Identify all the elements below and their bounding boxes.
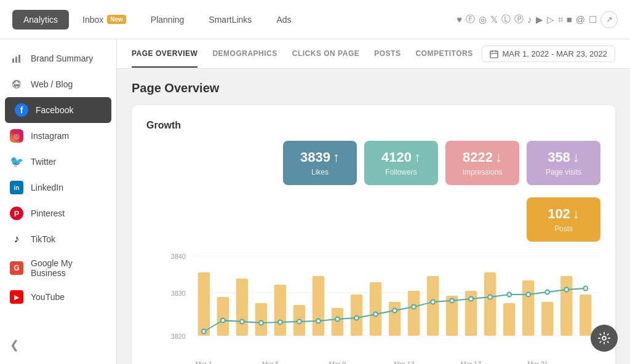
svg-rect-28 — [484, 272, 496, 336]
page-visits-label: Page visits — [539, 168, 588, 176]
main-layout: Brand Summary Web / Blog f Facebook ◎ In… — [0, 39, 630, 364]
nav-inbox[interactable]: Inbox New — [71, 10, 137, 30]
date-range-picker[interactable]: MAR 1, 2022 - MAR 23, 2022 — [482, 46, 615, 62]
sidebar-label: Twitter — [31, 157, 56, 167]
sidebar-label: Instagram — [31, 131, 69, 141]
youtube-nav-icon: ▶ — [536, 14, 543, 25]
sidebar-label: Pinterest — [31, 208, 65, 218]
sidebar-item-web-blog[interactable]: Web / Blog — [0, 71, 116, 97]
linkedin-icon: in — [10, 181, 23, 194]
nav-planning[interactable]: Planning — [140, 10, 196, 30]
svg-point-46 — [431, 300, 435, 304]
svg-rect-30 — [522, 280, 534, 336]
followers-arrow — [414, 149, 421, 165]
nav-buttons: Analytics Inbox New Planning SmartLinks … — [12, 10, 303, 30]
likes-arrow — [333, 149, 340, 165]
svg-text:Mar 1: Mar 1 — [196, 360, 212, 364]
svg-rect-1 — [15, 57, 17, 63]
svg-rect-2 — [18, 55, 20, 63]
instagram-icon: ◎ — [10, 129, 23, 143]
impressions-value: 8222 — [458, 149, 507, 165]
svg-point-35 — [221, 318, 225, 323]
svg-point-52 — [545, 290, 549, 295]
posts-arrow — [573, 206, 580, 222]
svg-point-41 — [335, 317, 340, 322]
svg-text:3820: 3820 — [171, 333, 186, 340]
svg-point-61 — [602, 336, 606, 340]
sidebar-item-facebook[interactable]: f Facebook — [5, 97, 111, 123]
metric-card-impressions: 8222 Impressions — [445, 141, 519, 185]
tab-page-overview[interactable]: PAGE OVERVIEW — [132, 41, 197, 68]
posts-label: Posts — [539, 224, 588, 233]
tiktok-icon: ♪ — [10, 232, 23, 246]
nav-ads[interactable]: Ads — [265, 10, 302, 30]
metric-cards: 3839 Likes 4120 Followers — [171, 141, 600, 185]
sidebar-item-brand-summary[interactable]: Brand Summary — [0, 46, 116, 71]
youtube-icon: ▶ — [10, 290, 23, 304]
growth-chart-svg: 3840 3830 3820 — [171, 247, 600, 364]
tab-demographics[interactable]: DEMOGRAPHICS — [212, 41, 277, 68]
svg-rect-32 — [560, 276, 572, 336]
svg-point-38 — [278, 320, 282, 325]
social-icons-group: ♥ Ⓕ ◎ 𝕏 Ⓛ Ⓟ ♪ ▶ ▷ ⌗ ■ @ ☐ ↗ — [457, 11, 618, 28]
svg-point-43 — [373, 312, 378, 317]
sidebar-item-google-my-business[interactable]: G Google My Business — [0, 252, 116, 284]
nav-smartlinks[interactable]: SmartLinks — [197, 10, 263, 30]
nav-analytics[interactable]: Analytics — [12, 10, 69, 30]
sidebar-label: Google My Business — [31, 258, 106, 278]
svg-point-49 — [488, 295, 492, 299]
gear-icon — [597, 331, 611, 345]
instagram-nav-icon: ◎ — [479, 14, 487, 25]
google-my-business-icon: G — [10, 261, 23, 275]
sidebar-item-instagram[interactable]: ◎ Instagram — [0, 123, 116, 149]
svg-point-45 — [412, 305, 416, 309]
brand-summary-icon — [10, 52, 23, 65]
sidebar-item-pinterest[interactable]: P Pinterest — [0, 200, 116, 226]
svg-text:3840: 3840 — [171, 253, 186, 260]
svg-point-36 — [240, 320, 244, 324]
sidebar: Brand Summary Web / Blog f Facebook ◎ In… — [0, 39, 117, 364]
metric-card-likes: 3839 Likes — [283, 141, 357, 185]
followers-label: Followers — [377, 168, 426, 176]
image-nav-icon: ☐ — [589, 14, 597, 25]
facebook-nav-icon: Ⓕ — [466, 14, 475, 25]
rss-icon: ♥ — [457, 14, 462, 25]
monitor-nav-icon: ⌗ — [558, 14, 563, 25]
svg-point-54 — [583, 287, 588, 291]
twitter-icon: 🐦 — [10, 155, 23, 168]
sidebar-item-linkedin[interactable]: in LinkedIn — [0, 175, 116, 200]
linkedin-nav-icon: Ⓛ — [501, 14, 511, 25]
impressions-label: Impressions — [458, 168, 507, 176]
svg-rect-22 — [370, 282, 381, 336]
likes-label: Likes — [295, 168, 345, 176]
sidebar-item-tiktok[interactable]: ♪ TikTok — [0, 226, 116, 252]
followers-value: 4120 — [377, 149, 426, 165]
tab-clicks-on-page[interactable]: CLICKS ON PAGE — [292, 41, 359, 68]
svg-point-34 — [202, 330, 206, 334]
svg-rect-17 — [274, 285, 286, 336]
svg-point-51 — [526, 293, 530, 297]
sidebar-item-youtube[interactable]: ▶ YouTube — [0, 284, 116, 310]
svg-rect-3 — [490, 51, 498, 58]
sidebar-collapse-button[interactable]: ❮ — [10, 339, 19, 351]
svg-point-39 — [297, 320, 301, 324]
share-icon[interactable]: ↗ — [600, 11, 618, 28]
twitter-nav-icon: 𝕏 — [490, 14, 498, 25]
web-blog-icon — [10, 77, 23, 91]
settings-button[interactable] — [591, 325, 618, 352]
svg-rect-0 — [12, 58, 14, 63]
sidebar-label: YouTube — [31, 292, 65, 302]
facebook-icon: f — [15, 103, 28, 117]
sidebar-bottom: ❮ — [0, 332, 116, 358]
tab-competitors[interactable]: COMPETITORS — [415, 41, 472, 68]
pinterest-nav-icon: Ⓟ — [514, 14, 524, 25]
svg-point-42 — [354, 316, 359, 320]
sub-nav-tabs: PAGE OVERVIEW DEMOGRAPHICS CLICKS ON PAG… — [132, 41, 473, 68]
svg-text:Mar 21: Mar 21 — [528, 360, 548, 364]
sidebar-label: Brand Summary — [31, 53, 93, 63]
chart-area: 3840 3830 3820 — [171, 247, 600, 364]
svg-point-48 — [469, 297, 473, 301]
svg-point-50 — [507, 293, 511, 297]
tab-posts[interactable]: POSTS — [374, 41, 401, 68]
sidebar-item-twitter[interactable]: 🐦 Twitter — [0, 149, 116, 175]
